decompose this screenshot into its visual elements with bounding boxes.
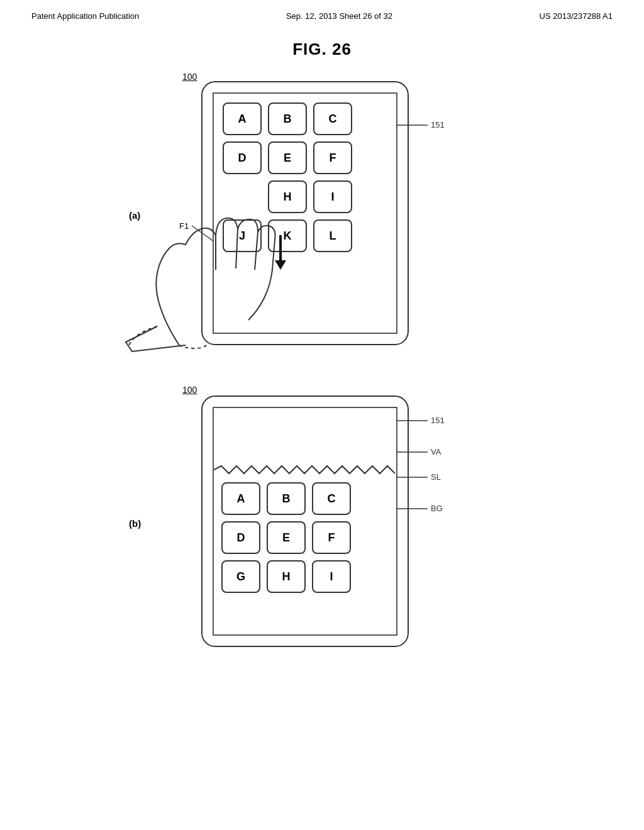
key-E-a: E: [268, 141, 307, 174]
key-H-b: H: [267, 560, 306, 593]
key-C-b: C: [312, 482, 351, 515]
key-E-b: E: [267, 521, 306, 554]
key-G-b: G: [221, 560, 260, 593]
ref-line-151-a: 151: [396, 116, 447, 135]
ref-line-sl: SL: [396, 471, 453, 484]
svg-text:VA: VA: [431, 447, 441, 456]
key-D-b: D: [221, 521, 260, 554]
key-C-a: C: [313, 102, 352, 135]
svg-text:151: 151: [431, 120, 445, 130]
zigzag-line: [214, 465, 396, 475]
ref-line-va: VA: [396, 446, 453, 458]
ref-line-151-b: 151: [396, 414, 453, 427]
key-F-a: F: [313, 141, 352, 174]
svg-text:BG: BG: [431, 504, 443, 513]
svg-line-5: [192, 226, 214, 241]
device-ref-b: 100: [182, 385, 197, 395]
svg-line-4: [255, 232, 258, 270]
key-B-a: B: [268, 102, 307, 135]
key-D-a: D: [223, 141, 262, 174]
va-area: [214, 408, 396, 465]
section-label-a: (a): [129, 210, 140, 221]
svg-text:151: 151: [431, 416, 445, 425]
header-right: US 2013/237288 A1: [540, 11, 613, 21]
key-F-b: F: [312, 521, 351, 554]
figure-title: FIG. 26: [0, 40, 644, 59]
key-I-a: I: [313, 180, 352, 213]
section-label-b: (b): [129, 518, 141, 529]
f1-ref-line: [176, 207, 239, 257]
key-L-a: L: [313, 219, 352, 252]
screen-b: A B C D E F G H I: [213, 407, 397, 636]
device-frame-b: A B C D E F G H I: [201, 396, 409, 647]
key-I-b: I: [312, 560, 351, 593]
device-ref-a: 100: [182, 72, 197, 82]
header-center: Sep. 12, 2013 Sheet 26 of 32: [286, 11, 392, 21]
header-left: Patent Application Publication: [31, 11, 139, 21]
page-header: Patent Application Publication Sep. 12, …: [0, 0, 644, 21]
key-A-a: A: [223, 102, 262, 135]
ref-line-bg: BG: [396, 502, 453, 515]
svg-text:SL: SL: [431, 472, 441, 482]
key-B-b: B: [267, 482, 306, 515]
key-A-b: A: [221, 482, 260, 515]
bg-area: A B C D E F G H I: [214, 475, 396, 600]
